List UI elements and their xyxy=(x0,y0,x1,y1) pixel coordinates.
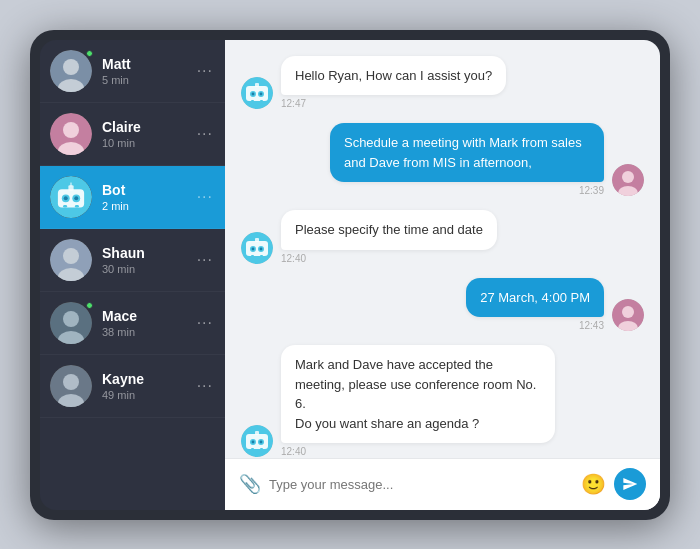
msg-content-1: Hello Ryan, How can I assist you? 12:47 xyxy=(281,56,506,110)
msg-bubble-4: 27 March, 4:00 PM xyxy=(466,278,604,318)
svg-rect-42 xyxy=(260,255,263,257)
svg-point-27 xyxy=(252,93,255,96)
contact-info-shaun: Shaun 30 min xyxy=(102,245,197,275)
message-1: Hello Ryan, How can I assist you? 12:47 xyxy=(241,56,644,110)
msg-time-4: 12:43 xyxy=(579,320,604,331)
message-4: 27 March, 4:00 PM 12:43 xyxy=(241,278,644,332)
svg-rect-40 xyxy=(255,238,259,242)
online-indicator-matt xyxy=(86,50,93,57)
contact-item-shaun[interactable]: Shaun 30 min ··· xyxy=(40,229,225,292)
svg-rect-24 xyxy=(246,86,268,101)
svg-rect-29 xyxy=(255,83,259,87)
svg-rect-46 xyxy=(246,434,268,449)
message-2: Schedule a meeting with Mark from sales … xyxy=(241,123,644,196)
msg-time-2: 12:39 xyxy=(579,185,604,196)
contact-time-bot: 2 min xyxy=(102,200,197,212)
svg-point-19 xyxy=(63,311,79,327)
msg-time-1: 12:47 xyxy=(281,98,306,109)
svg-point-49 xyxy=(252,441,255,444)
svg-point-4 xyxy=(63,122,79,138)
avatar-bot xyxy=(50,176,92,218)
svg-point-10 xyxy=(74,196,78,200)
msg-content-3: Please specify the time and date 12:40 xyxy=(281,210,497,264)
avatar-mace xyxy=(50,302,92,344)
contact-time-mace: 38 min xyxy=(102,326,197,338)
contact-info-mace: Mace 38 min xyxy=(102,308,197,338)
contact-item-kayne[interactable]: Kayne 49 min ··· xyxy=(40,355,225,418)
msg-content-5: Mark and Dave have accepted the meeting,… xyxy=(281,345,555,457)
contact-name-kayne: Kayne xyxy=(102,371,197,387)
contact-name-shaun: Shaun xyxy=(102,245,197,261)
contact-name-matt: Matt xyxy=(102,56,197,72)
contact-info-kayne: Kayne 49 min xyxy=(102,371,197,401)
contact-time-shaun: 30 min xyxy=(102,263,197,275)
svg-point-44 xyxy=(622,306,634,318)
contact-info-bot: Bot 2 min xyxy=(102,182,197,212)
msg-avatar-bot-1 xyxy=(241,77,273,109)
msg-content-4: 27 March, 4:00 PM 12:43 xyxy=(466,278,604,332)
contact-time-claire: 10 min xyxy=(102,137,197,149)
msg-content-2: Schedule a meeting with Mark from sales … xyxy=(330,123,604,196)
contact-name-claire: Claire xyxy=(102,119,197,135)
contact-name-bot: Bot xyxy=(102,182,197,198)
tablet-frame: Matt 5 min ··· Claire 10 min ··· xyxy=(30,30,670,520)
svg-point-22 xyxy=(63,374,79,390)
contact-menu-claire[interactable]: ··· xyxy=(197,126,213,142)
contact-name-mace: Mace xyxy=(102,308,197,324)
avatar-matt xyxy=(50,50,92,92)
svg-rect-31 xyxy=(260,100,263,102)
contact-menu-kayne[interactable]: ··· xyxy=(197,378,213,394)
msg-time-5: 12:40 xyxy=(281,446,306,457)
svg-rect-14 xyxy=(75,204,79,207)
msg-bubble-1: Hello Ryan, How can I assist you? xyxy=(281,56,506,96)
svg-rect-35 xyxy=(246,241,268,256)
msg-avatar-bot-5 xyxy=(241,425,273,457)
message-5: Mark and Dave have accepted the meeting,… xyxy=(241,345,644,457)
avatar-claire xyxy=(50,113,92,155)
svg-point-1 xyxy=(63,59,79,75)
contact-item-bot[interactable]: Bot 2 min ··· xyxy=(40,166,225,229)
avatar-shaun xyxy=(50,239,92,281)
sidebar: Matt 5 min ··· Claire 10 min ··· xyxy=(40,40,225,510)
svg-point-50 xyxy=(260,441,263,444)
contact-item-matt[interactable]: Matt 5 min ··· xyxy=(40,40,225,103)
contact-time-kayne: 49 min xyxy=(102,389,197,401)
msg-avatar-user-4 xyxy=(612,299,644,331)
contact-menu-matt[interactable]: ··· xyxy=(197,63,213,79)
svg-point-16 xyxy=(63,248,79,264)
contact-menu-bot[interactable]: ··· xyxy=(197,189,213,205)
contact-menu-mace[interactable]: ··· xyxy=(197,315,213,331)
msg-avatar-user-2 xyxy=(612,164,644,196)
app-container: Matt 5 min ··· Claire 10 min ··· xyxy=(40,40,660,510)
messages-list: Hello Ryan, How can I assist you? 12:47 … xyxy=(225,40,660,458)
svg-rect-53 xyxy=(260,448,263,450)
msg-bubble-3: Please specify the time and date xyxy=(281,210,497,250)
contact-time-matt: 5 min xyxy=(102,74,197,86)
svg-point-38 xyxy=(252,247,255,250)
msg-bubble-2: Schedule a meeting with Mark from sales … xyxy=(330,123,604,182)
attachment-icon[interactable]: 📎 xyxy=(239,473,261,495)
contact-info-claire: Claire 10 min xyxy=(102,119,197,149)
svg-rect-13 xyxy=(63,204,67,207)
svg-rect-30 xyxy=(251,100,254,102)
svg-rect-12 xyxy=(70,182,71,186)
svg-rect-41 xyxy=(251,255,254,257)
svg-point-9 xyxy=(64,196,68,200)
contact-info-matt: Matt 5 min xyxy=(102,56,197,86)
svg-rect-52 xyxy=(251,448,254,450)
svg-rect-51 xyxy=(255,431,259,435)
chat-area: Hello Ryan, How can I assist you? 12:47 … xyxy=(225,40,660,510)
emoji-icon[interactable]: 🙂 xyxy=(581,472,606,496)
send-button[interactable] xyxy=(614,468,646,500)
msg-bubble-5: Mark and Dave have accepted the meeting,… xyxy=(281,345,555,443)
svg-point-33 xyxy=(622,171,634,183)
message-input[interactable] xyxy=(269,477,573,492)
contact-item-mace[interactable]: Mace 38 min ··· xyxy=(40,292,225,355)
svg-point-39 xyxy=(260,247,263,250)
message-3: Please specify the time and date 12:40 xyxy=(241,210,644,264)
msg-time-3: 12:40 xyxy=(281,253,306,264)
input-bar: 📎 🙂 xyxy=(225,458,660,510)
contact-menu-shaun[interactable]: ··· xyxy=(197,252,213,268)
online-indicator-mace xyxy=(86,302,93,309)
contact-item-claire[interactable]: Claire 10 min ··· xyxy=(40,103,225,166)
